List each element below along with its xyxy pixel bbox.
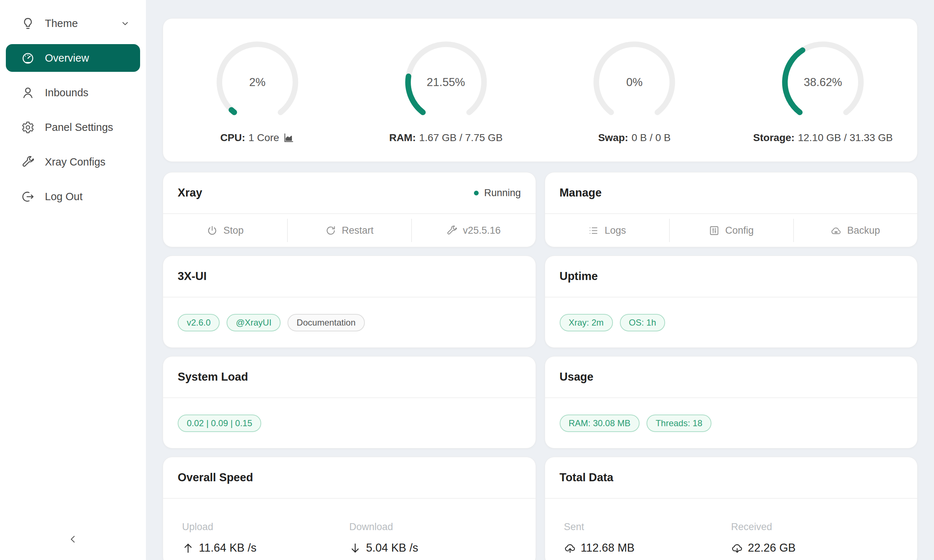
storage-gauge: 38.62% — [778, 38, 868, 127]
sidebar-item-label: Xray Configs — [45, 156, 105, 168]
total-data-card: Total Data Sent 112.68 MB Received — [545, 457, 918, 560]
ram-gauge-percent: 21.55% — [401, 38, 491, 127]
storage-gauge-caption: Storage: 12.10 GB / 31.33 GB — [753, 132, 893, 144]
dashboard-icon — [21, 51, 35, 65]
sidebar-item-label: Overview — [45, 52, 89, 64]
app-root: Theme Overview Inbounds Panel Settings X… — [0, 0, 934, 560]
download-value: 5.04 KB /s — [349, 542, 516, 555]
received-column: Received 22.26 GB — [731, 499, 898, 560]
stop-button[interactable]: Stop — [163, 214, 287, 247]
sent-value: 112.68 MB — [564, 542, 731, 555]
load-average-tag: 0.02 | 0.09 | 0.15 — [178, 415, 261, 432]
usage-card: Usage RAM: 30.08 MB Threads: 18 — [545, 356, 918, 448]
xray-uptime-tag: Xray: 2m — [559, 314, 613, 331]
gauge-cpu: 2% CPU: 1 Core — [163, 38, 352, 162]
uptime-card-header: Uptime — [545, 256, 918, 297]
sidebar-item-log-out[interactable]: Log Out — [6, 183, 140, 210]
card-title: Uptime — [559, 270, 903, 283]
cpu-gauge-caption: CPU: 1 Core — [220, 132, 295, 144]
logout-icon — [21, 190, 35, 203]
user-icon — [21, 86, 35, 100]
area-chart-icon[interactable] — [283, 132, 294, 144]
card-title: System Load — [178, 371, 521, 383]
row-speed-data: Overall Speed Upload 11.64 KB /s Downloa… — [163, 457, 918, 560]
upload-value: 11.64 KB /s — [182, 542, 349, 555]
system-load-tags: 0.02 | 0.09 | 0.15 — [163, 398, 536, 448]
overall-speed-card-header: Overall Speed — [163, 457, 536, 499]
swap-gauge-caption: Swap: 0 B / 0 B — [598, 132, 670, 144]
ram-usage-tag: RAM: 30.08 MB — [559, 415, 640, 432]
overall-speed-card: Overall Speed Upload 11.64 KB /s Downloa… — [163, 457, 536, 560]
xray-actions: Stop Restart v25.5.16 — [163, 214, 536, 247]
sliders-icon — [709, 225, 720, 236]
total-data-columns: Sent 112.68 MB Received 22.26 GB — [545, 499, 918, 560]
arrow-down-icon — [349, 542, 361, 554]
xray-card-header: Xray Running — [163, 172, 536, 214]
usage-card-header: Usage — [545, 357, 918, 398]
total-data-card-header: Total Data — [545, 457, 918, 499]
sidebar-item-label: Inbounds — [45, 87, 88, 99]
bulb-icon — [21, 17, 35, 30]
restart-button[interactable]: Restart — [287, 214, 411, 247]
card-title: Usage — [559, 371, 903, 383]
sent-label: Sent — [564, 522, 731, 533]
xray-status: Running — [474, 188, 521, 199]
sidebar-item-inbounds[interactable]: Inbounds — [6, 79, 140, 106]
arrow-up-icon — [182, 542, 194, 554]
system-load-card-header: System Load — [163, 357, 536, 398]
sidebar-nav: Theme Overview Inbounds Panel Settings X… — [6, 9, 140, 217]
sidebar-item-xray-configs[interactable]: Xray Configs — [6, 148, 140, 176]
sidebar-item-label: Log Out — [45, 191, 82, 203]
reload-icon — [325, 225, 336, 236]
swap-gauge: 0% — [590, 38, 679, 127]
manage-card: Manage Logs Config Backup — [545, 172, 918, 247]
download-label: Download — [349, 522, 516, 533]
storage-gauge-percent: 38.62% — [778, 38, 868, 127]
status-label: Running — [484, 188, 521, 199]
sidebar-item-panel-settings[interactable]: Panel Settings — [6, 113, 140, 141]
sidebar: Theme Overview Inbounds Panel Settings X… — [0, 0, 146, 560]
card-title: 3X-UI — [178, 270, 521, 283]
xrayui-tag[interactable]: @XrayUI — [227, 314, 281, 331]
swap-gauge-percent: 0% — [590, 38, 679, 127]
gauge-ram: 21.55% RAM: 1.67 GB / 7.75 GB — [352, 38, 540, 162]
version-tag[interactable]: v2.6.0 — [178, 314, 220, 331]
system-stats-card: 2% CPU: 1 Core 21.55% RAM: 1.67 GB / 7.7… — [163, 18, 918, 162]
config-button[interactable]: Config — [669, 214, 793, 247]
gauge-swap: 0% Swap: 0 B / 0 B — [540, 38, 729, 162]
speed-columns: Upload 11.64 KB /s Download 5.04 KB /s — [163, 499, 536, 560]
card-title: Xray — [178, 186, 474, 199]
card-title: Overall Speed — [178, 471, 521, 484]
usage-tags: RAM: 30.08 MB Threads: 18 — [545, 398, 918, 448]
wrench-icon — [21, 155, 35, 169]
sidebar-item-overview[interactable]: Overview — [6, 44, 140, 72]
xray-card: Xray Running Stop Restart — [163, 172, 536, 247]
upload-column: Upload 11.64 KB /s — [182, 499, 349, 560]
sidebar-item-theme[interactable]: Theme — [6, 9, 140, 37]
cloud-server-icon — [831, 225, 842, 236]
backup-button[interactable]: Backup — [793, 214, 917, 247]
logs-button[interactable]: Logs — [545, 214, 669, 247]
xui-card: 3X-UI v2.6.0 @XrayUI Documentation — [163, 255, 536, 348]
threads-tag: Threads: 18 — [646, 415, 711, 432]
gauge-storage: 38.62% Storage: 12.10 GB / 31.33 GB — [729, 38, 917, 162]
xray-version-button[interactable]: v25.5.16 — [411, 214, 535, 247]
documentation-tag[interactable]: Documentation — [288, 314, 364, 331]
uptime-card: Uptime Xray: 2m OS: 1h — [545, 255, 918, 348]
cloud-upload-icon — [564, 542, 576, 554]
sidebar-collapse-button[interactable] — [65, 531, 82, 548]
ram-gauge-caption: RAM: 1.67 GB / 7.75 GB — [389, 132, 503, 144]
manage-card-header: Manage — [545, 172, 918, 214]
sent-column: Sent 112.68 MB — [564, 499, 731, 560]
xui-tags: v2.6.0 @XrayUI Documentation — [163, 297, 536, 348]
main-content: 2% CPU: 1 Core 21.55% RAM: 1.67 GB / 7.7… — [146, 0, 934, 560]
system-load-card: System Load 0.02 | 0.09 | 0.15 — [163, 356, 536, 448]
cpu-gauge-percent: 2% — [213, 38, 302, 127]
received-label: Received — [731, 522, 898, 533]
wrench-icon — [446, 225, 458, 236]
card-title: Total Data — [559, 471, 903, 484]
upload-label: Upload — [182, 522, 349, 533]
xui-card-header: 3X-UI — [163, 256, 536, 297]
chevron-down-icon — [120, 18, 131, 29]
row-xray-manage: Xray Running Stop Restart — [163, 172, 918, 247]
